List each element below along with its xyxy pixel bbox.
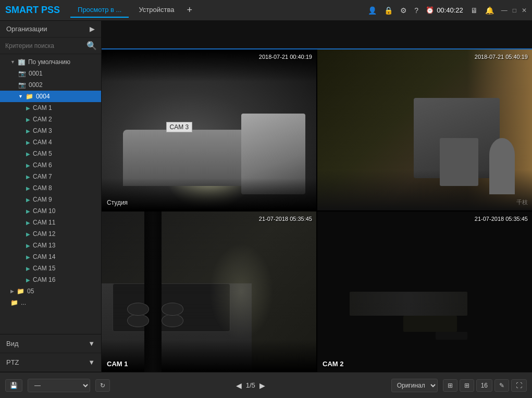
tree-item-0002[interactable]: 📷 0002 [0,79,101,91]
tree-item-cam7[interactable]: ▶ CAM 7 [0,171,101,182]
tree-item-cam10[interactable]: ▶ CAM 10 [0,205,101,217]
gear-icon[interactable]: ⚙ [400,6,407,15]
collapse-icon: ▼ [10,59,15,65]
topbar-left: SMART PSS Просмотр в ... Устройства + [5,3,195,18]
tree-label: CAM 7 [33,173,52,180]
tree-item-cam4[interactable]: ▶ CAM 4 [0,136,101,148]
tab-preview[interactable]: Просмотр в ... [70,3,129,18]
window-controls: — □ ✕ [501,7,527,14]
view-grid-9-button[interactable]: ⊞ [460,379,474,392]
view-fullscreen-button[interactable]: ⛶ [511,379,527,392]
cam-icon-14: ▶ [26,254,30,260]
tree-label: 0002 [29,81,43,89]
cam-icon-1: ▶ [26,105,30,111]
tree-item-0001[interactable]: 📷 0001 [0,68,101,79]
user-icon[interactable]: 👤 [368,6,377,15]
view-edit-button[interactable]: ✎ [494,379,509,392]
lock-icon[interactable]: 🔒 [384,6,393,15]
cam-icon-16: ▶ [26,277,30,283]
cam-sublabel-tl: Студия [107,199,128,206]
camera-cell-bottom-right[interactable]: 21-07-2018 05:35:45 CAM 2 [317,212,532,372]
cam-area-header [102,21,532,49]
close-button[interactable]: ✕ [522,7,527,14]
tree-label: CAM 12 [33,230,55,238]
save-button[interactable]: 💾 [5,379,22,392]
minimize-button[interactable]: — [501,7,508,14]
page-next-button[interactable]: ▶ [259,381,265,390]
cam-icon-2: ▶ [26,117,30,122]
camera-cell-bottom-left[interactable]: 21-07-2018 05:35:45 CAM 1 [102,212,316,372]
cam3-object1 [350,292,468,316]
view-grid-16-button[interactable]: 16 [476,379,492,392]
tree-label: CAM 10 [33,207,55,215]
camera-cell-top-left[interactable]: 2018-07-21 00:40:19 Студия CAM 3 [102,49,316,210]
tree-item-cam16[interactable]: ▶ CAM 16 [0,274,101,285]
tree-item-cam8[interactable]: ▶ CAM 8 [0,182,101,194]
view-selector[interactable]: Вид ▼ [0,334,101,353]
tree-item-cam1[interactable]: ▶ CAM 1 [0,102,101,114]
camera-area: 2018-07-21 00:40:19 Студия CAM 3 2018-07… [102,21,532,372]
maximize-button[interactable]: □ [513,7,516,14]
tree-item-07[interactable]: 📁 ... [0,297,101,308]
channel-select[interactable]: — [28,379,90,392]
tab-devices[interactable]: Устройства [131,3,181,18]
tree-item-cam15[interactable]: ▶ CAM 15 [0,263,101,274]
tree-item-cam6[interactable]: ▶ CAM 6 [0,159,101,171]
cam4-burner4 [162,303,183,316]
bell-icon[interactable]: 🔔 [485,6,494,15]
tree-item-default[interactable]: ▼ 🏢 По умолчанию [0,56,101,68]
topbar: SMART PSS Просмотр в ... Устройства + 👤 … [0,0,532,21]
tree-label: 0001 [29,70,43,77]
tree-item-0004[interactable]: ▼ 📁 0004 [0,91,101,102]
device-icon-0001: 📷 [18,70,26,77]
bottom-bar: 💾 — ↻ ◀ 1/5 ▶ Оригинал ⊞ ⊞ 16 ✎ ⛶ [0,372,532,398]
refresh-button[interactable]: ↻ [95,379,110,392]
tree-item-cam13[interactable]: ▶ CAM 13 [0,240,101,251]
search-icon[interactable]: 🔍 [86,41,97,51]
add-tab-button[interactable]: + [184,5,195,16]
cam-timestamp-br: 21-07-2018 05:35:45 [475,216,528,222]
cam-timestamp-bl: 21-07-2018 05:35:45 [259,216,312,222]
cam-icon-6: ▶ [26,163,30,168]
tree-item-cam5[interactable]: ▶ CAM 5 [0,148,101,159]
cam-label-bl: CAM 1 [107,360,128,368]
cam-icon-5: ▶ [26,151,30,157]
tree-label: CAM 9 [33,196,52,203]
tree-item-cam11[interactable]: ▶ CAM 11 [0,217,101,228]
clock-display: ⏰ 00:40:22 [426,6,463,14]
view-buttons: ⊞ ⊞ 16 ✎ ⛶ [443,379,527,392]
cam3-object2 [403,316,457,332]
tree-label: 05 [27,288,34,295]
tree-item-cam14[interactable]: ▶ CAM 14 [0,251,101,263]
tree-label: 0004 [36,93,50,100]
search-input[interactable] [5,42,83,49]
monitor-icon[interactable]: 🖥 [471,6,478,15]
organizations-arrow: ▶ [90,25,95,33]
organizations-header[interactable]: Организации ▶ [0,21,101,38]
expand-icon-05: ▶ [10,289,14,294]
cam4-light [209,243,274,340]
tree-label: CAM 3 [33,127,52,134]
help-icon[interactable]: ? [414,6,418,15]
ptz-arrow: ▼ [88,358,95,366]
quality-select[interactable]: Оригинал [391,379,438,392]
tree-item-cam12[interactable]: ▶ CAM 12 [0,228,101,240]
tree-item-cam3[interactable]: ▶ CAM 3 [0,125,101,136]
collapse-icon: ▼ [18,94,23,99]
organizations-label: Организации [6,25,47,33]
tree-label: CAM 2 [33,116,52,123]
tree-label: CAM 13 [33,242,55,249]
search-bar: 🔍 [0,38,101,54]
camera-cell-top-right[interactable]: 2018-07-21 05:40:19 千枝 [317,49,532,210]
cam4-burner1 [127,314,149,327]
page-prev-button[interactable]: ◀ [236,381,242,390]
tree-label: CAM 4 [33,139,52,146]
page-indicator: 1/5 [246,381,255,389]
view-grid-4-button[interactable]: ⊞ [443,379,457,392]
cam-icon-8: ▶ [26,185,30,191]
tree-item-cam9[interactable]: ▶ CAM 9 [0,194,101,205]
tree-label: CAM 11 [33,219,55,226]
tree-item-05[interactable]: ▶ 📁 05 [0,285,101,297]
tree-item-cam2[interactable]: ▶ CAM 2 [0,114,101,125]
ptz-selector[interactable]: PTZ ▼ [0,353,101,372]
